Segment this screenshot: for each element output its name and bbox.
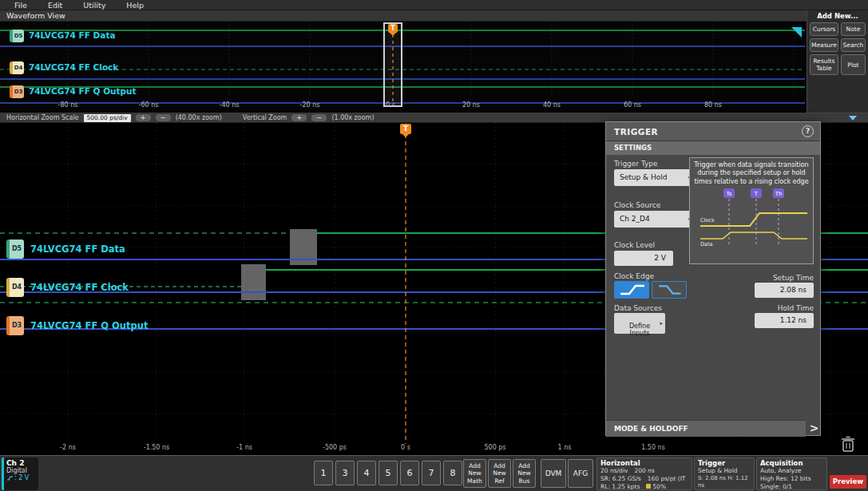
define-inputs-button[interactable]: Define Inputs ▸ <box>614 313 665 334</box>
trigger-type: Setup & Hold <box>698 467 738 475</box>
menu-utility[interactable]: Utility <box>83 1 105 10</box>
channel-badge-d4[interactable]: D4 <box>10 61 24 74</box>
horizontal-position: 50% <box>646 483 666 491</box>
channel-badge-d5[interactable]: D5 <box>10 30 24 42</box>
channel-name: Ch 2 <box>6 459 36 467</box>
channel-badge-d3[interactable]: D3 <box>10 85 24 98</box>
search-button[interactable]: Search <box>841 38 866 52</box>
horizontal-zoom-factor: (40.00x zoom) <box>176 114 222 121</box>
trigger-type-value: Setup & Hold <box>620 173 667 181</box>
tab-settings[interactable]: SETTINGS <box>606 141 820 155</box>
menu-edit[interactable]: Edit <box>48 1 62 10</box>
collapse-panel-icon[interactable] <box>849 116 857 121</box>
data-sources-label: Data Sources <box>614 304 662 312</box>
digital-channel-button-8[interactable]: 8 <box>443 461 462 485</box>
trash-icon[interactable] <box>838 434 858 453</box>
expand-panel-icon[interactable]: > <box>807 419 821 437</box>
horizontal-badge[interactable]: Horizontal 20 ns/div 200 ns SR: 6.25 GS/… <box>597 457 692 490</box>
cursors-button[interactable]: Cursors <box>810 22 838 36</box>
preview-button[interactable]: Preview <box>830 475 866 489</box>
digital-channel-button-7[interactable]: 7 <box>422 461 441 485</box>
digital-channel-button-6[interactable]: 6 <box>400 461 419 485</box>
search-marker-icon[interactable] <box>791 27 802 38</box>
horizontal-sample-rate: SR: 6.25 GS/s <box>600 475 641 483</box>
horizontal-zoom-scale-input[interactable]: 500.00 ps/div <box>84 114 131 122</box>
digital-channel-button-1[interactable]: 1 <box>314 461 333 485</box>
add-new-math-button[interactable]: Add New Math <box>463 459 486 488</box>
clock-source-dropdown[interactable]: Ch 2_D4 ▼ <box>614 211 696 228</box>
acquisition-badge[interactable]: Acquisition Auto, Analyze High Res: 12 b… <box>756 457 827 490</box>
measure-button[interactable]: Measure <box>810 38 838 52</box>
trigger-dialog-titlebar[interactable]: TRIGGER ? <box>606 122 820 141</box>
acquisition-mode: Auto, Analyze <box>760 467 802 475</box>
horizontal-zoom-minus-button[interactable]: − <box>156 114 171 121</box>
channel-2-badge[interactable]: Ch 2 Digital : 2 V <box>2 457 38 490</box>
signal-label-data[interactable]: 74LVCG74 FF Data <box>30 244 125 255</box>
trigger-times: S: 2.08 ns H: 1.12 ns <box>698 475 751 489</box>
signal-label-clock[interactable]: 74LVCG74 FF Clock <box>30 282 129 293</box>
rising-edge-button[interactable] <box>614 281 649 299</box>
setup-hold-diagram: Ts T Th Clock Data <box>694 186 811 248</box>
horizontal-scale: 20 ns/div <box>600 467 628 475</box>
help-icon[interactable]: ? <box>802 125 814 137</box>
digital-channel-button-5[interactable]: 5 <box>379 461 398 485</box>
trigger-flag-icon[interactable]: T <box>400 124 411 134</box>
trigger-flag-icon[interactable]: T <box>388 24 398 33</box>
vertical-zoom-factor: (1.00x zoom) <box>331 114 374 121</box>
hold-time-field[interactable]: 1.12 ns <box>755 313 814 328</box>
afg-button[interactable]: AFG <box>568 459 593 488</box>
channel-badge-d5[interactable]: D5 <box>6 240 24 259</box>
diagram-clock-trace <box>700 213 807 226</box>
clock-level-label: Clock Level <box>614 241 655 249</box>
menu-file[interactable]: File <box>14 1 27 10</box>
signal-label-q-output[interactable]: 74LVCG74 FF Q Output <box>30 320 148 331</box>
channel-badge-d3[interactable]: D3 <box>6 316 24 335</box>
note-button[interactable]: Note <box>841 22 866 36</box>
axis-tick-label: -60 ns <box>139 101 159 109</box>
mode-holdoff-section[interactable]: MODE & HOLDOFF <box>606 420 806 437</box>
horizontal-duration: 200 ns <box>634 467 654 475</box>
t-flag-label: T <box>754 191 759 197</box>
chevron-right-icon: ▸ <box>660 320 663 327</box>
channel-badge-d4[interactable]: D4 <box>6 278 24 297</box>
axis-tick-label: 500 ps <box>484 444 505 451</box>
oscilloscope-screen: File Edit Utility Help Waveform View D5 … <box>0 0 868 491</box>
falling-edge-button[interactable] <box>652 281 687 299</box>
horizontal-zoom-plus-button[interactable]: + <box>136 114 151 121</box>
diagram-data-label: Data <box>700 241 713 247</box>
trigger-dialog: TRIGGER ? SETTINGS Trigger Type Setup & … <box>605 121 821 436</box>
digital-channel-button-3[interactable]: 3 <box>335 461 355 485</box>
add-new-ref-button[interactable]: Add New Ref <box>488 459 511 488</box>
clock-transition-zone <box>241 264 266 300</box>
clock-edge-label: Clock Edge <box>614 272 654 280</box>
horizontal-record-length: RL: 1.25 kpts <box>600 483 640 491</box>
trigger-type-dropdown[interactable]: Setup & Hold ▼ <box>614 169 696 186</box>
axis-tick-label: 40 ns <box>543 101 561 109</box>
signal-label-q-output[interactable]: 74LVCG74 FF Q Output <box>29 86 137 96</box>
plot-button[interactable]: Plot <box>841 54 866 75</box>
vertical-zoom-plus-button[interactable]: + <box>291 114 307 121</box>
position-icon <box>646 484 651 489</box>
digital-channel-button-4[interactable]: 4 <box>357 461 376 485</box>
add-new-bus-button[interactable]: Add New Bus <box>513 459 536 488</box>
trigger-badge[interactable]: Trigger Setup & Hold S: 2.08 ns H: 1.12 … <box>694 457 755 490</box>
digital-channel-buttons: 1 3 4 5 6 7 8 <box>314 461 462 485</box>
clock-level-field[interactable]: 2 V <box>614 251 673 266</box>
threshold-icon <box>6 475 14 481</box>
dvm-button[interactable]: DVM <box>541 459 566 488</box>
setup-time-field[interactable]: 2.08 ns <box>755 283 814 298</box>
axis-tick-label: 60 ns <box>624 101 641 109</box>
diagram-clock-label: Clock <box>700 217 715 224</box>
define-inputs-label: Define Inputs <box>629 323 650 338</box>
trigger-type-label: Trigger Type <box>614 160 658 168</box>
axis-tick-label: 80 ns <box>704 101 722 109</box>
signal-label-clock[interactable]: 74LVCG74 FF Clock <box>29 62 118 72</box>
signal-label-data[interactable]: 74LVCG74 FF Data <box>29 30 115 40</box>
results-table-button[interactable]: Results Table <box>810 54 838 75</box>
axis-tick-label: -1.50 ns <box>144 444 169 451</box>
menu-help[interactable]: Help <box>126 1 144 10</box>
vertical-zoom-minus-button[interactable]: − <box>311 114 327 121</box>
axis-tick-label: -2 ns <box>60 444 76 451</box>
axis-tick-label: 0 s <box>386 101 395 109</box>
falling-edge-icon <box>659 286 680 293</box>
